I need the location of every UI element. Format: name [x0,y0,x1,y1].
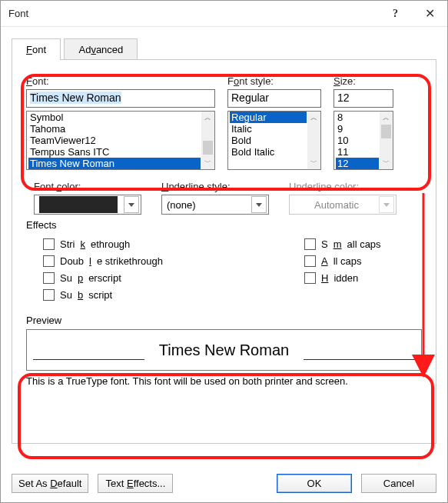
font-listbox[interactable]: Symbol Tahoma TeamViewer12 Tempus Sans I… [26,111,215,170]
style-list-item[interactable]: Italic [230,123,307,135]
chevron-down-icon[interactable] [124,196,139,213]
titlebar: Font ? ✕ [1,1,447,27]
style-listbox[interactable]: Regular Italic Bold Bold Italic ︿ ﹀ [227,111,321,170]
size-label: Size: [334,75,393,87]
style-list-item[interactable]: Bold [230,135,307,146]
tab-panel-font: Font: Times New Roman Symbol Tahoma Team… [12,59,436,444]
text-effects-button[interactable]: Text Effects... [98,474,173,493]
size-scrollbar[interactable]: ︿ ﹀ [380,112,393,169]
size-input[interactable]: 12 [334,89,393,108]
size-list-item[interactable]: 10 [336,135,379,146]
style-input[interactable]: Regular [227,89,321,108]
chevron-down-icon [379,196,394,213]
size-list-item[interactable]: 8 [336,112,379,123]
set-default-button[interactable]: Set As Default [12,474,88,493]
font-color-label: Font color: [34,181,141,192]
cancel-button[interactable]: Cancel [361,474,436,493]
underline-color-select: Automatic [289,195,397,215]
style-list-item[interactable]: Regular [230,112,307,123]
scroll-down-icon[interactable]: ﹀ [201,156,214,169]
small-caps-checkbox[interactable]: Small caps [304,238,381,250]
preview-box: Times New Roman [26,329,422,371]
underline-style-value: (none) [167,199,251,211]
help-button[interactable]: ? [378,1,413,27]
preview-label: Preview [26,315,422,326]
font-list-item[interactable]: Tempus Sans ITC [28,146,201,158]
size-list-item[interactable]: 11 [336,146,379,158]
chevron-down-icon[interactable] [251,196,267,213]
font-dialog: Font ? ✕ Font Advanced Font: Times New R… [0,0,448,503]
size-list-item[interactable]: 9 [336,123,379,135]
superscript-checkbox[interactable]: Superscript [43,272,304,284]
underline-style-label: Underline style: [161,181,269,192]
underline-style-select[interactable]: (none) [161,195,269,215]
font-input[interactable]: Times New Roman [26,89,215,108]
scroll-down-icon[interactable]: ﹀ [307,156,320,169]
scroll-up-icon[interactable]: ︿ [380,112,393,125]
scroll-down-icon[interactable]: ﹀ [380,156,393,169]
font-list-item[interactable]: TeamViewer12 [28,135,201,146]
font-list-item[interactable]: Tahoma [28,123,201,135]
preview-text: Times New Roman [159,341,289,359]
close-button[interactable]: ✕ [413,1,447,27]
scroll-thumb[interactable] [381,125,391,138]
font-list-item[interactable]: Times New Roman [28,158,201,169]
tab-font[interactable]: Font [12,38,61,60]
all-caps-checkbox[interactable]: All caps [304,255,381,267]
font-list-item[interactable]: Symbol [28,112,201,123]
underline-color-label: Underline color: [289,181,397,192]
strikethrough-checkbox[interactable]: Strikethrough [43,238,304,250]
scroll-up-icon[interactable]: ︿ [201,112,214,125]
font-hint: This is a TrueType font. This font will … [26,375,422,387]
size-list-item[interactable]: 12 [336,158,379,169]
font-label: Font: [26,75,215,87]
style-label: Font style: [227,75,321,87]
tab-font-label: ont [32,44,46,55]
font-color-select[interactable] [34,195,141,215]
tab-strip: Font Advanced [12,38,436,59]
size-listbox[interactable]: 8 9 10 11 12 ︿ ﹀ [334,111,393,170]
double-strikethrough-checkbox[interactable]: Double strikethrough [43,255,304,267]
hidden-checkbox[interactable]: Hidden [304,272,381,284]
subscript-checkbox[interactable]: Subscript [43,289,304,301]
ok-button[interactable]: OK [277,474,352,493]
style-scrollbar[interactable]: ︿ ﹀ [307,112,320,169]
font-scrollbar[interactable]: ︿ ﹀ [201,112,214,169]
scroll-thumb[interactable] [203,141,213,155]
style-list-item[interactable]: Bold Italic [230,146,307,158]
font-color-swatch [39,196,118,213]
underline-color-value: Automatic [294,199,379,211]
scroll-up-icon[interactable]: ︿ [307,112,320,125]
tab-advanced[interactable]: Advanced [64,38,138,60]
effects-group-label: Effects [26,219,422,231]
window-title: Font [8,8,28,19]
